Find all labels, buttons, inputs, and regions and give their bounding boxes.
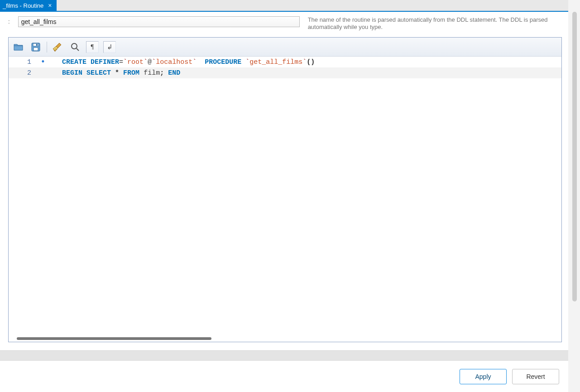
revert-button[interactable]: Revert <box>512 369 559 384</box>
toggle-invisibles-button[interactable]: ¶ <box>86 41 99 53</box>
magnifier-icon[interactable] <box>69 41 81 53</box>
svg-point-4 <box>72 43 77 49</box>
sql-editor-frame: ¶ ↲ 1 • CREATE DEFINER=`root`@`localhost… <box>8 37 562 342</box>
sql-code-area[interactable]: 1 • CREATE DEFINER=`root`@`localhost` PR… <box>9 57 561 336</box>
tab-bar: _films - Routine × <box>0 0 580 11</box>
name-label-colon: : <box>8 16 10 25</box>
routine-name-input[interactable] <box>18 16 300 27</box>
toggle-wrap-button[interactable]: ↲ <box>103 41 116 53</box>
svg-rect-2 <box>34 48 38 51</box>
pilcrow-icon: ¶ <box>91 43 94 51</box>
routine-name-hint: The name of the routine is parsed automa… <box>308 16 562 31</box>
code-line[interactable]: 1 • CREATE DEFINER=`root`@`localhost` PR… <box>9 57 561 67</box>
name-row: : The name of the routine is parsed auto… <box>8 16 562 33</box>
code-lines: 1 • CREATE DEFINER=`root`@`localhost` PR… <box>9 57 561 78</box>
save-icon[interactable] <box>29 41 42 53</box>
horizontal-scroll-thumb[interactable] <box>17 337 211 340</box>
dialog-footer: Apply Revert <box>0 360 568 392</box>
svg-rect-1 <box>33 43 38 46</box>
breakpoint-marker[interactable]: • <box>34 58 52 66</box>
open-file-icon[interactable] <box>12 41 25 53</box>
code-text[interactable]: CREATE DEFINER=`root`@`localhost` PROCED… <box>52 58 315 66</box>
apply-button[interactable]: Apply <box>460 369 507 384</box>
line-number: 2 <box>9 69 34 77</box>
tab-label: _films - Routine <box>3 2 43 9</box>
code-text[interactable]: BEGIN SELECT * FROM film; END <box>52 69 180 77</box>
sql-editor-toolbar: ¶ ↲ <box>9 38 561 57</box>
svg-rect-3 <box>36 44 38 46</box>
wrap-icon: ↲ <box>107 43 113 51</box>
window-vertical-scrollbar[interactable] <box>568 0 580 392</box>
tab-routine[interactable]: _films - Routine × <box>0 0 57 11</box>
broom-icon[interactable] <box>52 41 64 53</box>
line-number: 1 <box>9 58 34 66</box>
close-icon[interactable]: × <box>48 2 52 9</box>
routine-editor-panel: : The name of the routine is parsed auto… <box>0 12 568 350</box>
code-line[interactable]: 2 BEGIN SELECT * FROM film; END <box>9 67 561 78</box>
vertical-scroll-thumb[interactable] <box>572 12 577 301</box>
editor-horizontal-scrollbar[interactable] <box>9 336 561 342</box>
toolbar-separator <box>47 42 47 53</box>
panel-footer-strip <box>0 350 568 360</box>
